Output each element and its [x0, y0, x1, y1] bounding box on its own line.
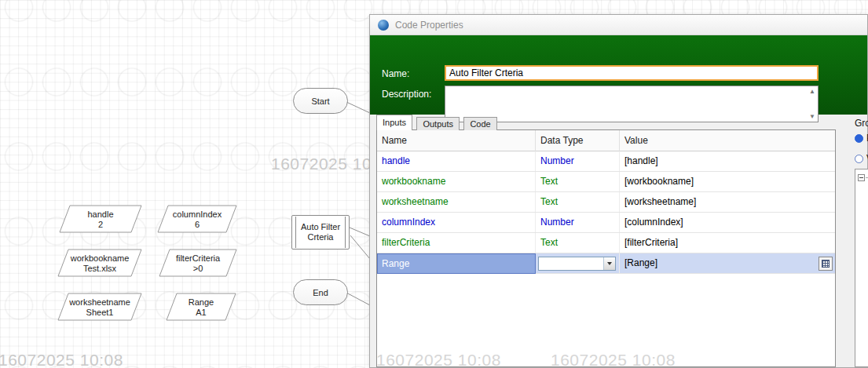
code-properties-dialog: Code Properties Name: Description: ▲ ▼ I… [369, 14, 868, 368]
data-item-label: workbooknameTest.xlsx [66, 253, 134, 274]
dialog-tabs: Inputs Outputs Code [376, 115, 498, 130]
action-node-label: Auto Filter Crteria [296, 222, 345, 242]
connector-line-action-a [350, 228, 370, 236]
column-header-value[interactable]: Value [620, 130, 835, 151]
inputs-table: Name Data Type Value handle Number [hand… [376, 129, 836, 367]
connector-line-start [346, 102, 370, 113]
data-item-label: handle2 [68, 210, 134, 230]
data-item-label: worksheetnameSheet1 [66, 297, 134, 318]
cell-name: handle [382, 155, 410, 166]
scroll-down-icon[interactable]: ▼ [808, 112, 817, 121]
cell-name: filterCriteria [382, 237, 430, 248]
data-item-label: columnIndex6 [163, 210, 231, 230]
cell-type: Text [540, 196, 558, 207]
data-item-label: filterCriteria>0 [165, 253, 231, 274]
table-row[interactable]: filterCriteria Text [filterCriteria] [377, 233, 835, 253]
start-node-label: Start [311, 97, 329, 106]
column-header-name[interactable]: Name [377, 130, 536, 151]
cell-name: workbookname [382, 176, 445, 187]
radio-option-1[interactable] [855, 134, 863, 143]
cell-type: Number [540, 217, 574, 228]
table-row-selected[interactable]: Range [Range] [377, 253, 835, 274]
cell-value: [workbookname] [624, 176, 694, 187]
triangle-down-icon [607, 262, 612, 265]
cell-value: [Range] [624, 257, 657, 268]
cell-type: Number [540, 155, 574, 166]
table-row[interactable]: handle Number [handle] [377, 151, 835, 172]
group-tree[interactable] [855, 169, 868, 367]
connector-line-action-b [350, 235, 370, 259]
cell-type: Text [540, 237, 558, 248]
table-row[interactable]: workbookname Text [workbookname] [377, 172, 835, 192]
dialog-titlebar[interactable]: Code Properties [370, 15, 867, 35]
group-label: Gro [855, 118, 868, 129]
cell-value: [worksheetname] [624, 196, 696, 207]
action-node-right-bar [345, 217, 346, 248]
column-header-datatype[interactable]: Data Type [536, 130, 620, 151]
cell-name: columnIndex [382, 217, 435, 228]
dialog-header-panel: Name: Description: ▲ ▼ [370, 35, 867, 115]
dropdown-arrow-icon[interactable] [603, 257, 615, 270]
dialog-title: Code Properties [395, 20, 463, 31]
tab-inputs[interactable]: Inputs [376, 115, 412, 130]
code-stage-icon [378, 20, 389, 31]
end-node-label: End [313, 288, 328, 297]
table-row[interactable]: columnIndex Number [columnIndex] [377, 213, 835, 233]
grid-icon [822, 260, 830, 268]
name-label: Name: [382, 68, 409, 79]
radio-option-2[interactable] [855, 155, 863, 163]
name-input[interactable] [445, 65, 819, 81]
cell-value: [handle] [624, 155, 658, 166]
table-body: handle Number [handle] workbookname Text… [377, 151, 835, 366]
tab-outputs[interactable]: Outputs [416, 117, 460, 130]
expression-editor-button[interactable] [819, 257, 833, 271]
description-input[interactable]: ▲ ▼ [445, 86, 819, 122]
action-node-auto-filter[interactable]: Auto Filter Crteria [291, 215, 350, 250]
data-type-dropdown[interactable] [538, 257, 616, 271]
scroll-up-icon[interactable]: ▲ [808, 87, 817, 96]
data-item-label: RangeA1 [171, 297, 231, 318]
table-row[interactable]: worksheetname Text [worksheetname] [377, 192, 835, 213]
cell-value: [filterCriteria] [624, 237, 678, 248]
cell-name: Range [382, 258, 409, 269]
screen: Start Auto Filter Crteria End handle2 co… [0, 0, 868, 368]
cell-type: Text [540, 176, 558, 187]
action-node-left-bar [295, 217, 296, 248]
cell-value: [columnIndex] [624, 217, 683, 228]
selected-name-cell[interactable]: Range [377, 253, 536, 274]
table-header: Name Data Type Value [377, 130, 835, 151]
tab-code[interactable]: Code [463, 117, 496, 130]
end-node[interactable]: End [293, 279, 348, 305]
start-node[interactable]: Start [293, 88, 348, 114]
tree-expander-icon[interactable] [858, 174, 865, 181]
description-label: Description: [382, 89, 431, 100]
cell-name: worksheetname [382, 196, 449, 207]
connector-line-end [346, 293, 370, 305]
